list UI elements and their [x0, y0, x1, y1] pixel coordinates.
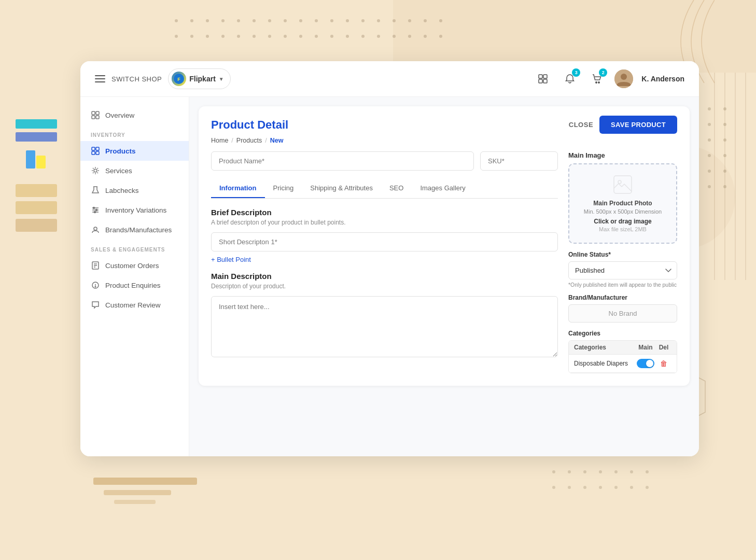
- svg-point-82: [621, 74, 627, 80]
- svg-point-21: [221, 35, 225, 38]
- shop-name: Flipkart: [189, 75, 216, 83]
- save-product-button[interactable]: SAVE PRODUCT: [599, 116, 677, 134]
- sidebar-item-labchecks[interactable]: Labchecks: [80, 180, 189, 200]
- online-status-label: Online Status*: [568, 251, 677, 258]
- sidebar: Overview INVENTORY Products: [80, 97, 189, 456]
- main-description-textarea[interactable]: [211, 296, 558, 357]
- grid-icon-button[interactable]: [534, 69, 552, 88]
- category-main-toggle[interactable]: [637, 359, 654, 368]
- overview-icon: [91, 110, 100, 120]
- svg-point-14: [393, 19, 396, 22]
- notifications-button[interactable]: 3: [561, 69, 579, 88]
- topnav-left: SWITCH SHOP F Flipkart ▼: [95, 68, 231, 89]
- svg-point-65: [646, 470, 649, 473]
- sidebar-item-inventory-variations[interactable]: Inventory Variations: [80, 200, 189, 220]
- shop-selector[interactable]: F Flipkart ▼: [168, 68, 230, 89]
- svg-point-37: [708, 107, 711, 110]
- switch-shop-label: SWITCH SHOP: [111, 75, 162, 83]
- add-bullet-point-button[interactable]: + Bullet Point: [211, 256, 251, 263]
- svg-point-7: [284, 19, 287, 22]
- inventory-variations-label: Inventory Variations: [105, 206, 166, 214]
- svg-point-26: [299, 35, 302, 38]
- category-delete-button[interactable]: 🗑: [659, 358, 669, 369]
- svg-point-38: [723, 107, 726, 110]
- svg-rect-107: [614, 176, 632, 193]
- toggle-knob: [646, 360, 653, 367]
- svg-point-27: [315, 35, 318, 38]
- svg-point-106: [95, 286, 96, 287]
- svg-point-62: [599, 470, 602, 473]
- svg-point-59: [552, 470, 555, 473]
- categories-header: Categories Main Del: [569, 341, 677, 355]
- body-layout: Overview INVENTORY Products: [80, 97, 699, 456]
- sidebar-item-customer-orders[interactable]: Customer Orders: [80, 256, 189, 275]
- svg-point-96: [93, 207, 95, 209]
- sales-section-label: SALES & ENGAGEMENTS: [80, 240, 189, 256]
- svg-point-67: [568, 486, 571, 489]
- breadcrumb-home[interactable]: Home: [211, 137, 228, 144]
- tab-shipping[interactable]: Shipping & Attributes: [302, 179, 381, 198]
- upload-title: Main Product Photo: [576, 200, 670, 207]
- svg-point-6: [268, 19, 271, 22]
- online-status-select[interactable]: Published Draft Archived: [568, 261, 677, 279]
- categories-label: Categories: [568, 330, 677, 337]
- svg-rect-90: [96, 151, 99, 155]
- chevron-down-icon: ▼: [219, 76, 224, 82]
- upload-dim: Min. 500px x 500px Dimension: [576, 208, 670, 215]
- product-title: Product Detail: [211, 118, 288, 132]
- short-description-input[interactable]: [211, 232, 558, 251]
- sidebar-item-services[interactable]: Services: [80, 161, 189, 180]
- svg-point-1: [190, 19, 193, 22]
- cat-header-name: Categories: [574, 344, 635, 351]
- svg-point-20: [206, 35, 209, 38]
- product-right-panel: Main Image Main Product Photo Min. 500: [568, 151, 677, 373]
- breadcrumb-products[interactable]: Products: [236, 137, 262, 144]
- svg-rect-88: [96, 147, 99, 150]
- notification-badge: 3: [572, 68, 580, 77]
- cat-header-main: Main: [635, 344, 656, 351]
- svg-point-64: [630, 470, 633, 473]
- svg-point-2: [206, 19, 209, 22]
- sidebar-item-customer-review[interactable]: Customer Review: [80, 295, 189, 315]
- sku-input[interactable]: [480, 151, 558, 171]
- svg-point-60: [568, 470, 571, 473]
- svg-point-63: [614, 470, 618, 473]
- sidebar-item-product-enquiries[interactable]: Product Enquiries: [80, 275, 189, 295]
- sidebar-item-overview[interactable]: Overview: [80, 105, 189, 125]
- brand-label: Brand/Manufacturer: [568, 294, 677, 301]
- svg-point-19: [190, 35, 193, 38]
- breadcrumb-sep-1: /: [231, 137, 233, 144]
- user-name[interactable]: K. Anderson: [641, 75, 684, 83]
- image-upload-box[interactable]: Main Product Photo Min. 500px x 500px Di…: [568, 163, 677, 244]
- svg-point-29: [346, 35, 349, 38]
- shop-logo: F: [172, 72, 186, 86]
- tab-information[interactable]: Information: [211, 179, 265, 198]
- header-actions: CLOSE SAVE PRODUCT: [569, 116, 677, 134]
- status-hint: *Only published item will appear to the …: [568, 282, 677, 288]
- sidebar-item-brands[interactable]: Brands/Manufactures: [80, 220, 189, 240]
- svg-point-68: [583, 486, 586, 489]
- cart-button[interactable]: 2: [587, 69, 606, 88]
- svg-point-97: [96, 209, 97, 211]
- svg-point-47: [723, 154, 726, 157]
- tab-seo[interactable]: SEO: [381, 179, 412, 198]
- tab-pricing[interactable]: Pricing: [265, 179, 302, 198]
- labchecks-label: Labchecks: [105, 187, 139, 194]
- svg-point-30: [361, 35, 365, 38]
- svg-point-43: [708, 138, 711, 142]
- product-name-input[interactable]: [211, 151, 474, 171]
- tab-images-gallery[interactable]: Images Gallery: [412, 179, 473, 198]
- svg-point-50: [723, 170, 726, 173]
- cart-badge: 2: [599, 68, 607, 77]
- category-toggle-container: [635, 359, 656, 368]
- services-icon: [91, 166, 100, 175]
- main-desc-subtitle: Descripton of your product.: [211, 283, 558, 290]
- sidebar-item-products[interactable]: Products: [80, 141, 189, 161]
- product-body: Information Pricing Shipping & Attribute…: [199, 151, 690, 386]
- svg-rect-77: [539, 79, 542, 83]
- svg-rect-89: [92, 151, 95, 155]
- category-name: Disposable Diapers: [574, 360, 635, 367]
- upload-click-label: Click or drag image: [576, 218, 670, 225]
- close-button[interactable]: CLOSE: [569, 121, 593, 129]
- hamburger-icon[interactable]: [95, 75, 105, 82]
